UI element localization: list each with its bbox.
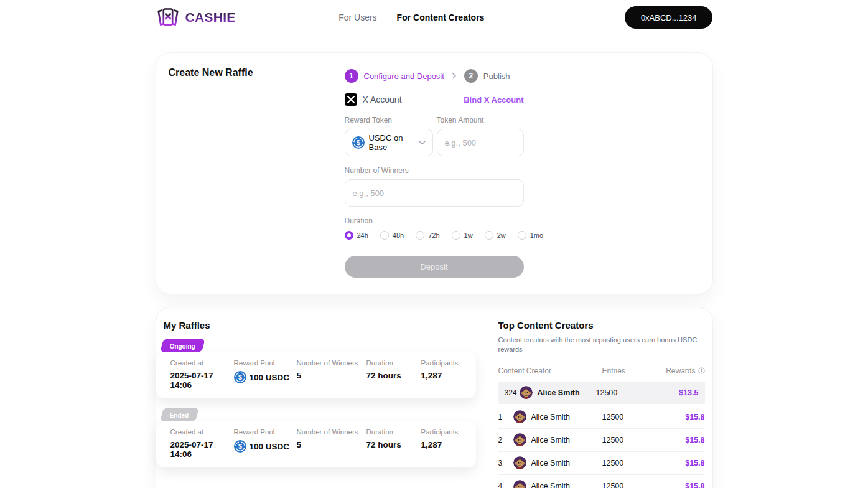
duration-label: Duration <box>366 359 421 367</box>
creator-row[interactable]: 4 Alice Smith 12500 $15.8 <box>498 475 705 488</box>
rank: 4 <box>498 482 513 488</box>
bottom-section-card: My Raffles Ongoing Created at 2025-07-17… <box>156 307 713 488</box>
avatar <box>513 480 526 488</box>
create-raffle-card: Create New Raffle 1 Configure and Deposi… <box>156 52 713 294</box>
status-badge: Ongoing <box>160 339 205 352</box>
nav-for-users[interactable]: For Users <box>338 12 376 22</box>
participants-value: 1,287 <box>421 440 476 449</box>
top-creators-subtitle: Content creators with the most reposting… <box>498 336 705 354</box>
created-at-label: Created at <box>170 359 234 367</box>
number-of-winners-label: Number of Winners <box>345 166 524 175</box>
creators-table-header: Content Creator Entries Rewards <box>498 367 705 382</box>
duration-option-1w[interactable]: 1w <box>452 231 473 240</box>
reward-token-value: USDC on Base <box>369 133 419 152</box>
duration-option-72h[interactable]: 72h <box>416 231 439 240</box>
usdc-icon <box>234 371 246 383</box>
duration-option-1mo[interactable]: 1mo <box>518 231 543 240</box>
col-rewards: Rewards <box>661 367 705 375</box>
duration-option-2w[interactable]: 2w <box>485 231 506 240</box>
creator-row[interactable]: 3 Alice Smith 12500 $15.8 <box>498 452 705 475</box>
cashie-tickets-icon <box>156 6 180 29</box>
radio-icon <box>452 231 460 240</box>
entries-value: 12500 <box>602 482 661 488</box>
col-entries: Entries <box>602 367 661 375</box>
rank: 1 <box>498 413 513 421</box>
participants-value: 1,287 <box>421 371 476 380</box>
col-content-creator: Content Creator <box>498 367 602 375</box>
raffle-item-ongoing[interactable]: Ongoing Created at 2025-07-17 14:06 Rewa… <box>156 339 476 398</box>
winners-value: 5 <box>297 371 366 380</box>
reward-value: $15.8 <box>661 459 705 467</box>
brand-logo[interactable]: CASHIE <box>156 6 236 29</box>
creator-row[interactable]: 1 Alice Smith 12500 $15.8 <box>498 406 705 429</box>
created-at-label: Created at <box>170 428 234 436</box>
step-1-label: Configure and Deposit <box>364 72 444 81</box>
wallet-address-button[interactable]: 0xABCD...1234 <box>625 6 713 29</box>
winners-label: Number of Winners <box>297 428 366 436</box>
reward-pool-value: 100 USDC <box>234 371 297 383</box>
step-1-circle: 1 <box>345 69 358 83</box>
participants-label: Participants <box>421 359 476 367</box>
raffle-card: Created at 2025-07-17 14:06 Reward Pool … <box>156 352 476 398</box>
avatar <box>520 386 533 399</box>
radio-icon <box>485 231 493 240</box>
radio-icon <box>380 231 389 240</box>
reward-value: $15.8 <box>661 436 705 444</box>
creator-name: Alice Smith <box>531 413 602 421</box>
bind-x-account-link[interactable]: Bind X Account <box>464 95 523 105</box>
x-account-row: X Account Bind X Account <box>345 93 524 106</box>
my-raffles-title: My Raffles <box>164 320 476 331</box>
radio-icon <box>518 231 526 240</box>
reward-value: $13.5 <box>655 388 699 397</box>
nav-for-content-creators[interactable]: For Content Creators <box>397 12 485 22</box>
radio-icon <box>416 231 424 240</box>
step-2-circle: 2 <box>464 69 478 83</box>
x-account-label: X Account <box>363 95 402 105</box>
creator-name: Alice Smith <box>531 482 602 488</box>
deposit-button[interactable]: Deposit <box>345 256 524 278</box>
usdc-icon <box>352 136 365 149</box>
winners-label: Number of Winners <box>297 359 366 367</box>
rank: 2 <box>498 436 513 444</box>
creator-name: Alice Smith <box>538 388 596 397</box>
step-2-label: Publish <box>483 72 510 81</box>
reward-value: $15.8 <box>661 413 705 421</box>
avatar <box>513 456 526 469</box>
duration-value: 72 hours <box>366 371 421 380</box>
creator-row-self[interactable]: 324 Alice Smith 12500 $13.5 <box>498 382 705 404</box>
reward-token-select[interactable]: USDC on Base <box>345 129 433 156</box>
chevron-down-icon <box>419 141 426 145</box>
created-at-value: 2025-07-17 14:06 <box>170 440 234 459</box>
info-icon[interactable] <box>698 367 705 374</box>
rank: 3 <box>498 459 513 467</box>
entries-value: 12500 <box>602 413 661 421</box>
create-raffle-title: Create New Raffle <box>169 67 253 78</box>
creator-name: Alice Smith <box>531 459 602 467</box>
duration-label: Duration <box>366 428 421 436</box>
number-of-winners-input[interactable] <box>345 179 524 207</box>
creator-row[interactable]: 2 Alice Smith 12500 $15.8 <box>498 429 705 452</box>
top-creators-title: Top Content Creators <box>498 320 705 331</box>
avatar <box>513 433 526 446</box>
created-at-value: 2025-07-17 14:06 <box>170 371 234 390</box>
top-navbar: CASHIE For Users For Content Creators 0x… <box>156 0 713 35</box>
raffle-item-ended[interactable]: Ended Created at 2025-07-17 14:06 Reward… <box>156 408 476 467</box>
reward-token-label: Reward Token <box>345 116 433 124</box>
winners-value: 5 <box>297 440 366 449</box>
token-amount-input[interactable] <box>437 129 524 156</box>
raffle-card: Created at 2025-07-17 14:06 Reward Pool … <box>156 421 476 467</box>
entries-value: 12500 <box>596 388 655 397</box>
token-amount-label: Token Amount <box>437 116 524 124</box>
stepper: 1 Configure and Deposit 2 Publish <box>345 69 524 83</box>
duration-radio-group: 24h 48h 72h 1w <box>345 231 524 240</box>
duration-option-24h[interactable]: 24h <box>345 231 368 240</box>
avatar <box>513 410 526 423</box>
reward-pool-value: 100 USDC <box>234 440 297 453</box>
duration-value: 72 hours <box>366 440 421 449</box>
status-badge: Ended <box>160 408 198 421</box>
reward-pool-label: Reward Pool <box>234 359 297 367</box>
creator-name: Alice Smith <box>531 436 602 444</box>
participants-label: Participants <box>421 428 476 436</box>
top-creators-section: Top Content Creators Content creators wi… <box>498 320 705 488</box>
duration-option-48h[interactable]: 48h <box>380 231 404 240</box>
